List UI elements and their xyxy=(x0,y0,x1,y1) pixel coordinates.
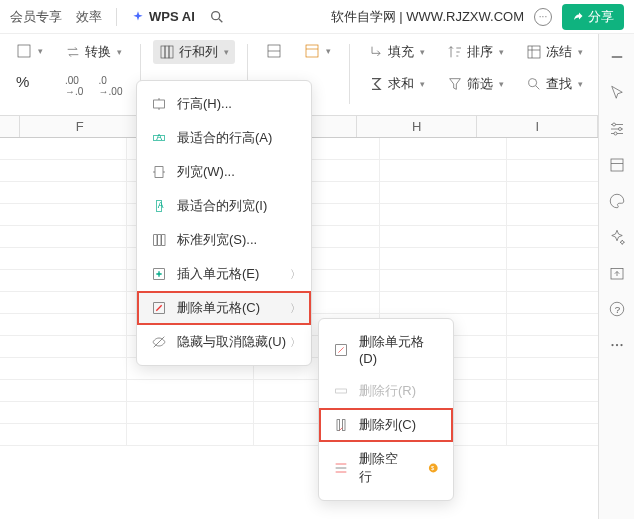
fit-col-icon: A xyxy=(151,198,167,214)
minus-icon[interactable] xyxy=(608,48,626,66)
fit-row-icon: A xyxy=(151,130,167,146)
cloud-icon[interactable]: ··· xyxy=(534,8,552,26)
format-dropdown[interactable]: ▾ xyxy=(10,40,49,62)
svg-line-14 xyxy=(536,86,539,89)
ribbon: ▾ % 转换▾ .00→.0 .0→.00 行和列▾ ▾ 填充▾ 求和▾ 排序▾… xyxy=(0,34,634,116)
svg-rect-8 xyxy=(306,45,318,57)
svg-text:A: A xyxy=(156,132,162,142)
wps-ai-button[interactable]: WPS AI xyxy=(131,9,195,24)
convert-icon xyxy=(65,44,81,60)
col-header-h[interactable]: H xyxy=(357,116,478,137)
find-button[interactable]: 查找▾ xyxy=(520,72,589,96)
menu-col-width[interactable]: 列宽(W)... xyxy=(137,155,311,189)
filter-icon xyxy=(447,76,463,92)
table-style-button[interactable]: ▾ xyxy=(298,40,337,62)
row-col-button[interactable]: 行和列▾ xyxy=(153,40,235,64)
submenu-delete-cell[interactable]: 删除单元格(D) xyxy=(319,325,453,374)
share-icon xyxy=(572,11,584,23)
svg-point-38 xyxy=(618,128,621,131)
column-headers: F H I xyxy=(0,116,634,138)
find-icon xyxy=(526,76,542,92)
svg-point-46 xyxy=(615,344,617,346)
menu-delete-cells[interactable]: 删除单元格(C)〉 xyxy=(137,291,311,325)
table-icon xyxy=(304,43,320,59)
filter-button[interactable]: 筛选▾ xyxy=(441,72,510,96)
menu-insert-cells[interactable]: 插入单元格(E)〉 xyxy=(137,257,311,291)
palette-icon[interactable] xyxy=(608,192,626,210)
percent-button[interactable]: % xyxy=(10,70,49,93)
del-col-icon xyxy=(333,417,349,433)
title-bar: 会员专享 效率 WPS AI 软件自学网 | WWW.RJZXW.COM ···… xyxy=(0,0,634,34)
sum-icon xyxy=(368,76,384,92)
site-label: 软件自学网 | WWW.RJZXW.COM xyxy=(331,8,524,26)
rowcol-icon xyxy=(159,44,175,60)
merge-button[interactable] xyxy=(260,40,288,62)
sum-button[interactable]: 求和▾ xyxy=(362,72,431,96)
svg-point-0 xyxy=(211,11,219,19)
right-sidebar: ? xyxy=(598,34,634,519)
spreadsheet[interactable]: F H I xyxy=(0,116,634,516)
settings-icon[interactable] xyxy=(608,120,626,138)
svg-rect-18 xyxy=(155,167,163,178)
tab-efficiency[interactable]: 效率 xyxy=(76,8,102,26)
svg-rect-4 xyxy=(165,46,169,58)
more-icon[interactable] xyxy=(608,336,626,354)
submenu-delete-col[interactable]: 删除列(C) xyxy=(319,408,453,442)
svg-rect-5 xyxy=(169,46,173,58)
freeze-icon xyxy=(526,44,542,60)
freeze-button[interactable]: 冻结▾ xyxy=(520,40,589,64)
menu-row-height[interactable]: 行高(H)... xyxy=(137,87,311,121)
svg-rect-10 xyxy=(528,46,540,58)
svg-text:A: A xyxy=(158,200,164,210)
col-header-i[interactable]: I xyxy=(477,116,598,137)
sparkle-icon[interactable] xyxy=(608,228,626,246)
svg-text:?: ? xyxy=(614,304,620,315)
svg-rect-21 xyxy=(154,235,157,246)
svg-rect-3 xyxy=(161,46,165,58)
del-row-icon xyxy=(333,383,349,399)
sort-button[interactable]: 排序▾ xyxy=(441,40,510,64)
convert-button[interactable]: 转换▾ xyxy=(59,40,128,64)
menu-std-col-width[interactable]: 标准列宽(S)... xyxy=(137,223,311,257)
insert-cell-icon xyxy=(151,266,167,282)
backup-icon[interactable] xyxy=(608,264,626,282)
divider xyxy=(116,8,117,26)
menu-fit-row-height[interactable]: A最适合的行高(A) xyxy=(137,121,311,155)
tab-member[interactable]: 会员专享 xyxy=(10,8,62,26)
svg-rect-22 xyxy=(158,235,161,246)
del-cell-icon xyxy=(333,342,349,358)
svg-rect-30 xyxy=(342,420,345,431)
share-button[interactable]: 分享 xyxy=(562,4,624,30)
fill-icon xyxy=(368,44,384,60)
row-header-gutter xyxy=(0,116,20,137)
cursor-icon[interactable] xyxy=(608,84,626,102)
delete-cell-icon xyxy=(151,300,167,316)
menu-hide-unhide[interactable]: 隐藏与取消隐藏(U)〉 xyxy=(137,325,311,359)
menu-fit-col-width[interactable]: A最适合的列宽(I) xyxy=(137,189,311,223)
grid-rows[interactable] xyxy=(0,138,634,446)
del-blank-icon xyxy=(333,460,349,476)
col-width-icon xyxy=(151,164,167,180)
chevron-right-icon: 〉 xyxy=(290,335,301,350)
submenu-delete-row: 删除行(R) xyxy=(319,374,453,408)
property-icon[interactable] xyxy=(608,156,626,174)
svg-point-13 xyxy=(529,79,537,87)
svg-line-1 xyxy=(219,19,222,22)
search-icon[interactable] xyxy=(209,9,225,25)
svg-point-39 xyxy=(614,132,617,135)
chevron-right-icon: 〉 xyxy=(290,267,301,282)
svg-rect-15 xyxy=(154,100,165,108)
svg-point-47 xyxy=(620,344,622,346)
chevron-right-icon: 〉 xyxy=(290,301,301,316)
delete-cells-submenu: 删除单元格(D) 删除行(R) 删除列(C) 删除空行 $ xyxy=(318,318,454,501)
fill-button[interactable]: 填充▾ xyxy=(362,40,431,64)
row-height-icon xyxy=(151,96,167,112)
svg-point-45 xyxy=(611,344,613,346)
svg-rect-28 xyxy=(336,389,347,393)
submenu-delete-blank[interactable]: 删除空行 $ xyxy=(319,442,453,494)
top-right: 软件自学网 | WWW.RJZXW.COM ··· 分享 xyxy=(331,4,624,30)
std-width-icon xyxy=(151,232,167,248)
col-header-f[interactable]: F xyxy=(20,116,141,137)
help-icon[interactable]: ? xyxy=(608,300,626,318)
decimal-buttons[interactable]: .00→.0 .0→.00 xyxy=(59,72,128,100)
